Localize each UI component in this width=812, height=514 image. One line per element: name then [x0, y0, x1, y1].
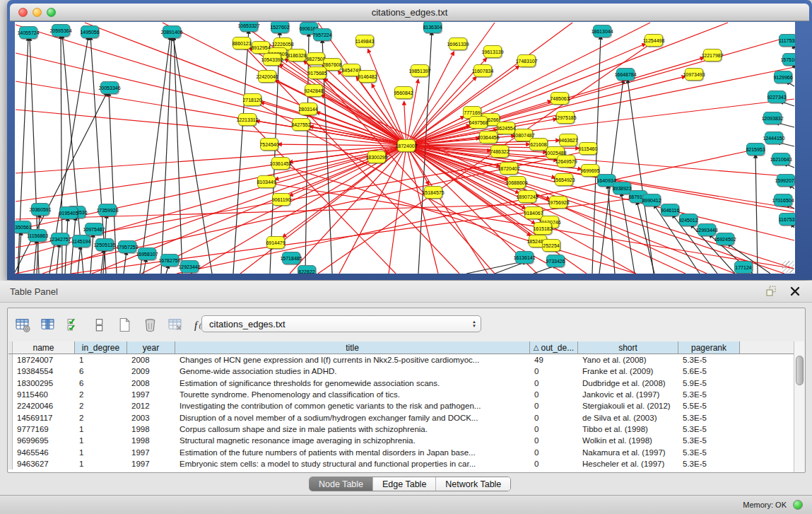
table-row[interactable]: 1872400712008Changes of HCN gene express… — [8, 354, 794, 366]
graph-node[interactable]: 10543392 — [263, 53, 281, 66]
graph-node[interactable]: 1149843 — [355, 35, 374, 47]
graph-node[interactable]: 16210643 — [772, 153, 790, 165]
close-window-icon[interactable] — [18, 8, 28, 17]
graph-node[interactable]: 2803144 — [299, 103, 317, 115]
graph-node[interactable]: 18724007 — [397, 139, 416, 152]
table-row[interactable]: 977716911998Corpus callosum shape and si… — [8, 424, 794, 435]
memory-ok-icon[interactable] — [793, 500, 803, 510]
graph-node[interactable]: 18907243 — [518, 190, 536, 203]
graph-node[interactable]: 20053346 — [100, 81, 119, 94]
destroy-table-icon[interactable] — [165, 314, 186, 335]
graph-node[interactable]: 18300295 — [367, 151, 386, 163]
graph-node[interactable]: 18613044 — [593, 25, 611, 37]
graph-node[interactable]: 9245012 — [679, 214, 698, 226]
graph-node[interactable]: 11156863 — [28, 229, 47, 242]
graph-node[interactable]: 11607834 — [473, 64, 492, 77]
graph-node[interactable]: 17359928 — [98, 204, 117, 216]
graph-node[interactable]: 10361453 — [271, 157, 290, 170]
graph-node[interactable]: 822822 — [298, 265, 316, 274]
graph-node[interactable]: 12505135 — [95, 238, 114, 251]
graph-node[interactable]: 10975487 — [85, 223, 103, 235]
minimize-window-icon[interactable] — [33, 8, 42, 17]
graph-node[interactable]: 10688609 — [507, 176, 526, 189]
delete-table-icon[interactable] — [139, 314, 160, 335]
graph-node[interactable]: 9115460 — [579, 142, 597, 155]
graph-node[interactable]: 16648784 — [616, 68, 635, 81]
graph-node[interactable]: 8103449 — [257, 175, 276, 188]
graph-node[interactable]: 9227343 — [767, 90, 786, 103]
graph-node[interactable]: 16782759 — [160, 254, 179, 267]
graph-node[interactable]: 9061190 — [272, 193, 290, 206]
graph-node[interactable]: 19613139 — [483, 45, 502, 58]
table-row[interactable]: 2242004622012Investigating the contribut… — [8, 400, 794, 411]
column-header-pagerank[interactable]: pagerank — [678, 341, 740, 354]
graph-node[interactable]: 14055724 — [19, 26, 37, 39]
graph-node[interactable]: 15718485 — [282, 252, 300, 264]
graph-node[interactable]: 8136304 — [423, 22, 442, 33]
new-table-icon[interactable] — [114, 314, 135, 335]
graph-node[interactable]: 9146482 — [358, 70, 377, 83]
column-header-title[interactable]: title — [175, 341, 530, 354]
table-row[interactable]: 1830029562008Estimation of significance … — [8, 378, 794, 389]
graph-node[interactable]: 7524540 — [260, 138, 278, 151]
graph-node[interactable]: 7485063 — [551, 92, 569, 105]
zoom-window-icon[interactable] — [47, 8, 56, 17]
graph-node[interactable]: 18720407 — [500, 162, 518, 175]
tab-node-table[interactable]: Node Table — [310, 477, 373, 491]
table-options-icon[interactable] — [12, 314, 33, 335]
network-canvas[interactable]: 1872400718300295886012389129541222605898… — [15, 22, 795, 274]
graph-node[interactable]: 8990412 — [642, 194, 661, 206]
table-row[interactable]: 1938455462009Genome-wide association stu… — [8, 366, 794, 377]
tab-edge-table[interactable]: Edge Table — [373, 477, 436, 491]
graph-node[interactable]: 9184067 — [524, 206, 543, 219]
graph-node[interactable]: 12649579 — [557, 155, 575, 168]
graph-node[interactable]: 9046116 — [661, 204, 679, 216]
graph-node[interactable]: 17957253 — [118, 240, 136, 253]
table-row[interactable]: 911546021997Tourette syndrome. Phenomeno… — [8, 389, 794, 400]
graph-node[interactable]: 19756928 — [549, 196, 567, 209]
graph-node[interactable]: 1145194 — [72, 235, 90, 247]
graph-node[interactable]: 6497568 — [469, 116, 488, 129]
graph-node[interactable]: 20891406 — [163, 25, 181, 38]
graph-node[interactable]: 9560842 — [394, 86, 413, 99]
graph-node[interactable]: 10973493 — [685, 68, 703, 81]
graph-node[interactable]: 12213312 — [238, 113, 257, 126]
graph-node[interactable]: 12993448 — [698, 223, 716, 236]
graph-node[interactable]: 20364456 — [479, 131, 498, 144]
graph-node[interactable]: 17483107 — [517, 54, 536, 67]
toggle-columns-icon[interactable] — [37, 314, 59, 335]
select-rows-icon[interactable] — [63, 314, 84, 335]
graph-node[interactable]: 16958107 — [138, 247, 156, 260]
graph-node[interactable]: 252254 — [542, 239, 560, 252]
graph-node[interactable]: 9733426 — [546, 255, 565, 267]
graph-node[interactable]: 9129966 — [774, 71, 792, 83]
graph-node[interactable]: 22420046 — [258, 70, 276, 83]
graph-node[interactable]: 11254498 — [645, 34, 663, 47]
graph-node[interactable]: 12444150 — [765, 132, 783, 144]
tab-network-table[interactable]: Network Table — [436, 477, 510, 491]
resize-grip[interactable] — [782, 261, 794, 273]
graph-node[interactable]: 9175685 — [308, 66, 326, 79]
row-blocks-icon[interactable] — [88, 314, 110, 335]
graph-node[interactable]: 12217987 — [703, 49, 722, 62]
column-header-name[interactable]: name — [13, 341, 75, 354]
graph-node[interactable]: 7486322 — [490, 145, 509, 158]
graph-node[interactable]: 9699695 — [581, 164, 599, 177]
float-window-icon[interactable] — [764, 284, 778, 298]
graph-node[interactable]: 1495056 — [81, 25, 99, 38]
graph-node[interactable]: 19851397 — [411, 64, 429, 77]
table-vertical-scrollbar[interactable] — [794, 341, 804, 472]
graph-node[interactable]: 15184575 — [424, 186, 442, 199]
graph-node[interactable]: 15654923 — [555, 173, 573, 186]
close-panel-icon[interactable] — [788, 284, 802, 298]
window-titlebar[interactable]: citations_edges.txt — [10, 4, 809, 21]
table-source-select[interactable]: citations_edges.txt ▲▼ — [201, 315, 481, 332]
graph-node[interactable]: 9195405 — [59, 206, 78, 219]
graph-node[interactable]: 20595364 — [52, 24, 70, 37]
graph-node[interactable]: 8860123 — [233, 37, 251, 49]
graph-node[interactable]: 16136141 — [515, 251, 534, 264]
graph-node[interactable]: 9242848 — [305, 84, 323, 97]
table-row[interactable]: 946554611997Estimation of the future num… — [8, 446, 794, 457]
graph-node[interactable]: 6914479 — [266, 236, 285, 249]
column-header-in_degree[interactable]: in_degree — [75, 341, 127, 354]
